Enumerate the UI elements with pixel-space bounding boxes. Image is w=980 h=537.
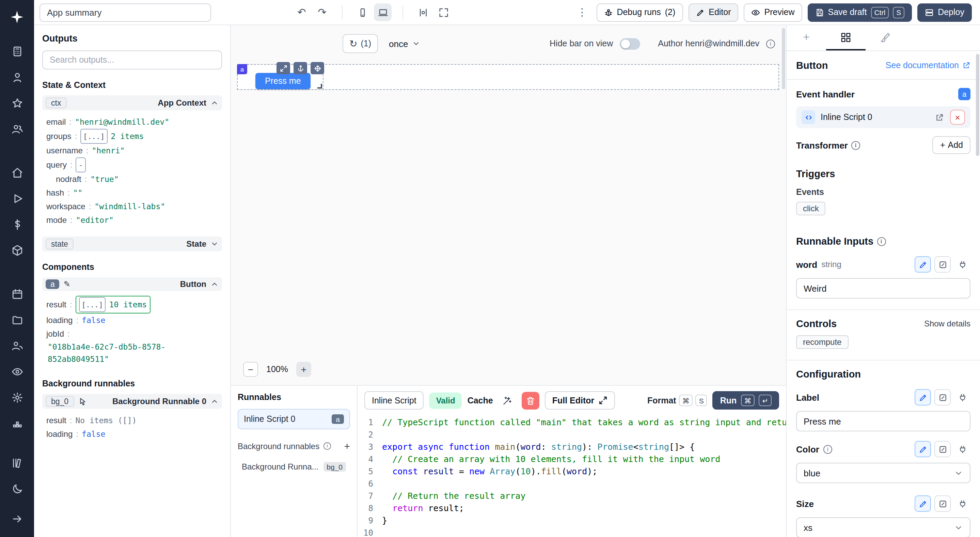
connect-icon[interactable] <box>934 441 951 457</box>
folders-icon[interactable] <box>5 309 29 330</box>
app-canvas[interactable]: ↻ (1) once Hide bar on view Au <box>231 25 786 385</box>
result-entry[interactable]: result:No items ([]) <box>46 414 221 427</box>
deploy-button[interactable]: Deploy <box>917 3 972 21</box>
code-line[interactable] <box>382 429 786 441</box>
chevron-down-icon[interactable] <box>210 240 219 248</box>
ai-wand-icon[interactable] <box>498 392 516 409</box>
connect-icon[interactable] <box>934 389 951 405</box>
code-content[interactable]: // TypeScript function called "main" tha… <box>382 416 786 537</box>
dark-mode-icon[interactable] <box>5 478 29 499</box>
editor-button[interactable]: Editor <box>688 3 738 21</box>
resources-icon[interactable] <box>5 240 29 260</box>
audit-logs-icon[interactable] <box>5 361 29 382</box>
expand-component-icon[interactable] <box>277 62 290 74</box>
mobile-view-icon[interactable] <box>353 3 371 21</box>
info-icon[interactable]: i <box>766 39 775 48</box>
code-line[interactable]: // TypeScript function called "main" tha… <box>382 416 786 429</box>
insert-tab[interactable]: + <box>787 25 826 51</box>
ctx-entry[interactable]: hash:"" <box>46 186 221 200</box>
code-line[interactable]: export async function main(word: string)… <box>382 441 786 453</box>
search-outputs-input[interactable] <box>42 51 222 70</box>
zoom-out-icon[interactable]: − <box>243 362 258 377</box>
settings-icon[interactable] <box>5 387 29 408</box>
ctx-entry[interactable]: nodraft:"true" <box>46 172 221 186</box>
code-line[interactable]: const result = new Array(10).fill(word); <box>382 465 786 478</box>
show-details-link[interactable]: Show details <box>924 319 970 328</box>
jobid-entry[interactable]: jobId: <box>46 327 221 341</box>
state-header[interactable]: state State <box>42 236 222 252</box>
home-icon[interactable] <box>5 162 29 183</box>
anchor-component-icon[interactable] <box>294 62 307 74</box>
grid-row[interactable]: Press me a <box>237 64 779 90</box>
detach-script-icon[interactable]: × <box>950 110 965 125</box>
eval-plug-icon[interactable] <box>954 256 970 272</box>
open-script-icon[interactable] <box>932 110 946 124</box>
component-id-tag[interactable]: a <box>237 64 247 74</box>
background-runnable-item[interactable]: Background Runna... bg_0 <box>238 457 350 476</box>
chevron-up-icon[interactable] <box>210 397 219 405</box>
star-icon[interactable] <box>5 93 29 113</box>
docs-icon[interactable] <box>5 453 29 473</box>
ctx-header[interactable]: ctx App Context <box>42 96 222 110</box>
settings-tab[interactable] <box>826 25 865 51</box>
groups-icon[interactable] <box>5 119 29 139</box>
info-icon[interactable]: i <box>823 445 832 454</box>
schedules-icon[interactable] <box>5 284 29 304</box>
chevron-up-icon[interactable] <box>210 99 219 107</box>
code-line[interactable] <box>382 527 786 537</box>
word-input[interactable] <box>796 278 970 298</box>
full-editor-button[interactable]: Full Editor <box>545 391 615 410</box>
loading-entry[interactable]: loading:false <box>46 427 221 441</box>
zoom-in-icon[interactable]: + <box>296 362 311 377</box>
info-icon[interactable]: i <box>851 141 860 150</box>
add-background-runnable-icon[interactable]: + <box>344 440 350 452</box>
preview-button[interactable]: Preview <box>744 3 802 21</box>
format-button[interactable]: Format ⌘ S <box>648 395 707 406</box>
code-line[interactable]: // Return the result array <box>382 490 786 502</box>
schedule-dropdown[interactable]: once <box>385 34 424 53</box>
edit-id-icon[interactable]: ✎ <box>64 279 70 289</box>
code-line[interactable]: return result; <box>382 502 786 515</box>
component-a-header[interactable]: a ✎ Button <box>42 277 222 291</box>
static-edit-icon[interactable] <box>915 441 931 457</box>
connect-icon[interactable] <box>934 496 951 512</box>
code-line[interactable] <box>382 478 786 490</box>
runs-icon[interactable] <box>5 188 29 209</box>
loading-entry[interactable]: loading:false <box>46 314 221 327</box>
ctx-entry[interactable]: query:- <box>46 158 221 172</box>
canvas-scrollbar[interactable] <box>782 28 785 89</box>
jobid-value[interactable]: "018b1a4e-62c7-db5b-8578-852ab8049511" <box>46 341 221 365</box>
center-layout-icon[interactable] <box>414 3 432 21</box>
refresh-button[interactable]: ↻ (1) <box>343 38 377 49</box>
ctx-entry[interactable]: email:"henri@windmill.dev" <box>46 115 221 129</box>
workers-icon[interactable] <box>5 413 29 433</box>
ctx-entry[interactable]: groups:[...]2 items <box>46 129 221 144</box>
code-editor[interactable]: 12345678910 // TypeScript function calle… <box>358 415 786 537</box>
chevron-up-icon[interactable] <box>210 280 219 288</box>
ctx-entry[interactable]: username:"henri" <box>46 144 221 158</box>
expand-array-chip[interactable]: [...] <box>79 297 105 312</box>
debug-runs-button[interactable]: Debug runs (2) <box>596 3 683 21</box>
expand-array-chip[interactable]: [...] <box>80 129 107 144</box>
fullscreen-icon[interactable] <box>434 3 452 21</box>
desktop-view-icon[interactable] <box>374 3 391 21</box>
info-icon[interactable]: i <box>877 237 886 246</box>
ctx-entry[interactable]: mode:"editor" <box>46 213 221 227</box>
inline-script-tab[interactable]: Inline Script <box>364 391 424 410</box>
save-draft-button[interactable]: Save draft Ctrl S <box>807 3 912 21</box>
info-icon[interactable]: i <box>323 442 331 450</box>
bg0-header[interactable]: bg_0 Background Runnable 0 <box>42 394 222 409</box>
empty-value-chip[interactable]: - <box>76 158 86 172</box>
more-menu-icon[interactable]: ⋮ <box>573 3 591 21</box>
press-me-button[interactable]: Press me <box>255 73 310 89</box>
members-icon[interactable] <box>5 335 29 356</box>
move-component-icon[interactable] <box>310 62 324 74</box>
run-button[interactable]: Run ⌘ ↵ <box>713 391 779 410</box>
connect-icon[interactable] <box>934 256 951 272</box>
expand-rail-icon[interactable] <box>5 508 29 529</box>
undo-icon[interactable]: ↶ <box>293 3 310 21</box>
cache-button[interactable]: Cache <box>468 395 493 405</box>
eval-plug-icon[interactable] <box>954 496 970 512</box>
resize-handle[interactable] <box>317 84 322 89</box>
user-icon[interactable] <box>5 67 29 87</box>
